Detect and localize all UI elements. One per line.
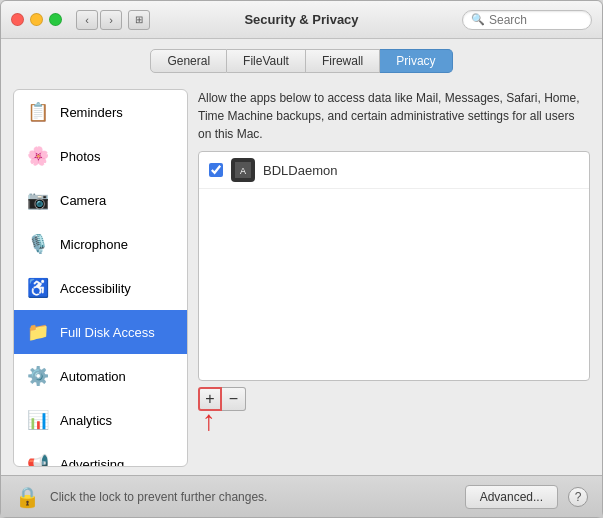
sidebar-label-advertising: Advertising [60, 457, 124, 468]
tabs-bar: General FileVault Firewall Privacy [1, 39, 602, 81]
red-up-arrow: ↑ [202, 407, 216, 435]
search-icon: 🔍 [471, 13, 485, 26]
tab-firewall[interactable]: Firewall [306, 49, 380, 73]
sidebar-item-automation[interactable]: ⚙️ Automation [14, 354, 187, 398]
bottom-bar: 🔒 Click the lock to prevent further chan… [1, 475, 602, 517]
arrow-indicator: ↑ [202, 407, 216, 435]
tab-privacy[interactable]: Privacy [380, 49, 452, 73]
app-icon-bdldaemon: A [231, 158, 255, 182]
microphone-icon: 🎙️ [24, 230, 52, 258]
sidebar: 📋 Reminders 🌸 Photos 📷 Camera 🎙️ Microph… [13, 89, 188, 467]
titlebar: ‹ › ⊞ Security & Privacy 🔍 [1, 1, 602, 39]
table-row: A BDLDaemon [199, 152, 589, 189]
sidebar-item-photos[interactable]: 🌸 Photos [14, 134, 187, 178]
lock-text: Click the lock to prevent further change… [50, 490, 455, 504]
traffic-lights [11, 13, 62, 26]
sidebar-label-photos: Photos [60, 149, 100, 164]
sidebar-item-full-disk-access[interactable]: 📁 Full Disk Access [14, 310, 187, 354]
minimize-button[interactable] [30, 13, 43, 26]
main-window: ‹ › ⊞ Security & Privacy 🔍 General FileV… [0, 0, 603, 518]
sidebar-label-analytics: Analytics [60, 413, 112, 428]
list-controls: + − [198, 387, 590, 411]
sidebar-item-microphone[interactable]: 🎙️ Microphone [14, 222, 187, 266]
nav-arrows: ‹ › [76, 10, 122, 30]
sidebar-label-camera: Camera [60, 193, 106, 208]
sidebar-label-full-disk-access: Full Disk Access [60, 325, 155, 340]
sidebar-item-camera[interactable]: 📷 Camera [14, 178, 187, 222]
maximize-button[interactable] [49, 13, 62, 26]
sidebar-label-automation: Automation [60, 369, 126, 384]
search-input[interactable] [489, 13, 583, 27]
analytics-icon: 📊 [24, 406, 52, 434]
help-button[interactable]: ? [568, 487, 588, 507]
reminders-icon: 📋 [24, 98, 52, 126]
app-checkbox-bdldaemon[interactable] [209, 163, 223, 177]
sidebar-item-advertising[interactable]: 📢 Advertising [14, 442, 187, 467]
sidebar-label-accessibility: Accessibility [60, 281, 131, 296]
lock-icon-wrap: 🔒 [15, 485, 40, 509]
app-list: A BDLDaemon [198, 151, 590, 381]
grid-button[interactable]: ⊞ [128, 10, 150, 30]
forward-button[interactable]: › [100, 10, 122, 30]
accessibility-icon: ♿ [24, 274, 52, 302]
right-panel: Allow the apps below to access data like… [198, 89, 590, 467]
panel-description: Allow the apps below to access data like… [198, 89, 590, 143]
remove-button[interactable]: − [222, 387, 246, 411]
svg-text:A: A [240, 166, 246, 176]
app-svg-icon: A [235, 162, 251, 178]
full-disk-icon: 📁 [24, 318, 52, 346]
main-content: 📋 Reminders 🌸 Photos 📷 Camera 🎙️ Microph… [1, 81, 602, 475]
sidebar-item-accessibility[interactable]: ♿ Accessibility [14, 266, 187, 310]
sidebar-label-microphone: Microphone [60, 237, 128, 252]
tab-general[interactable]: General [150, 49, 227, 73]
sidebar-item-analytics[interactable]: 📊 Analytics [14, 398, 187, 442]
back-button[interactable]: ‹ [76, 10, 98, 30]
photos-icon: 🌸 [24, 142, 52, 170]
tab-filevault[interactable]: FileVault [227, 49, 306, 73]
window-title: Security & Privacy [244, 12, 358, 27]
advertising-icon: 📢 [24, 450, 52, 467]
search-box[interactable]: 🔍 [462, 10, 592, 30]
advanced-button[interactable]: Advanced... [465, 485, 558, 509]
app-name-bdldaemon: BDLDaemon [263, 163, 337, 178]
automation-icon: ⚙️ [24, 362, 52, 390]
close-button[interactable] [11, 13, 24, 26]
sidebar-item-reminders[interactable]: 📋 Reminders [14, 90, 187, 134]
controls-area: + − ↑ [198, 381, 590, 411]
camera-icon: 📷 [24, 186, 52, 214]
lock-icon: 🔒 [15, 485, 40, 509]
sidebar-label-reminders: Reminders [60, 105, 123, 120]
